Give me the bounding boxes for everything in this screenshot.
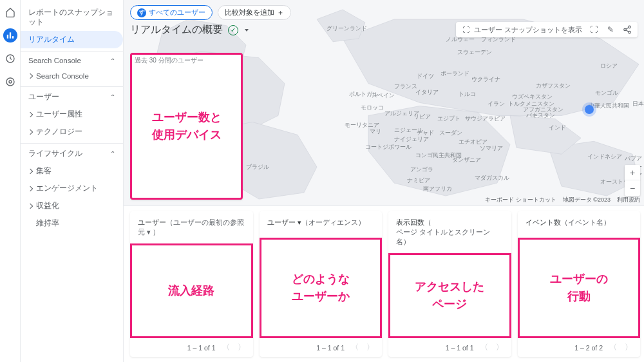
map-label: 日本: [632, 100, 644, 108]
map-label: アルジェリア: [384, 110, 419, 118]
map-label: イタリア: [415, 88, 439, 97]
chip-add-comparison[interactable]: 比較対象を追加＋: [218, 5, 291, 20]
map-label: サウジアラビア: [465, 115, 506, 123]
map-label: ロシア: [600, 62, 618, 70]
chevron-up-icon: ⌃: [110, 150, 115, 157]
next-page-icon[interactable]: 〉: [236, 342, 247, 353]
map-user-dot: [585, 105, 594, 114]
zoom-in-button[interactable]: +: [625, 165, 640, 180]
map-label: ソマリア: [480, 144, 503, 153]
card-header[interactable]: ユーザー ▾（オーディエンス）: [260, 211, 383, 238]
map-label: インド: [549, 124, 566, 132]
prev-page-icon[interactable]: 〈: [221, 342, 231, 353]
map-label: パキスタン: [526, 111, 555, 120]
card-overlay: どのような ユーザーか: [261, 240, 381, 336]
map-zoom-control: + −: [625, 165, 640, 196]
chip-badge-icon: す: [137, 8, 146, 17]
card-pageviews: 表示回数（ ページ タイトルとスクリーン名） アクセスした ページ 1 – 1 …: [388, 211, 511, 357]
map-label: 南アフリカ: [423, 185, 452, 193]
svg-point-8: [624, 28, 627, 31]
users-card-overlay: ユーザー数と 使用デバイス: [132, 55, 241, 198]
map-shortcuts[interactable]: キーボード ショートカット: [485, 196, 556, 204]
caret-right-icon: [28, 203, 33, 208]
map-label: 中華人民共和国: [589, 102, 629, 110]
card-audience: ユーザー ▾（オーディエンス） どのような ユーザーか 1 – 1 of 1〈〉: [260, 211, 383, 357]
map-label: スウェーデン: [457, 48, 492, 57]
prev-page-icon[interactable]: 〈: [350, 342, 360, 353]
reports-icon[interactable]: [3, 28, 17, 43]
map-label: モロッコ: [361, 104, 384, 112]
map-label: トルコ: [459, 90, 476, 99]
sidebar-item-engagement[interactable]: エンゲージメント: [21, 180, 123, 197]
fullscreen-icon[interactable]: ⛶: [589, 24, 599, 35]
main-content: グリーンランド カナダ アメリカ合衆国 メキシコ キューバ ベネズエラ コロンビ…: [124, 0, 644, 362]
caret-right-icon: [28, 186, 33, 191]
svg-point-9: [629, 31, 631, 33]
zoom-out-button[interactable]: −: [625, 180, 640, 196]
map-label: ナミビア: [407, 176, 430, 185]
map-data-attrib: 地図データ ©2023: [563, 196, 611, 204]
pagination-text: 1 – 1 of 1: [187, 344, 216, 352]
caret-right-icon: [28, 168, 33, 173]
user-snapshot-button[interactable]: ⛶ユーザー スナップショットを表示: [461, 24, 582, 35]
verified-icon[interactable]: ✓: [228, 25, 238, 35]
prev-page-icon[interactable]: 〈: [479, 342, 489, 353]
ads-icon[interactable]: [3, 75, 17, 89]
map-label: フランス: [394, 82, 417, 91]
sidebar-section-search-console[interactable]: Search Console⌃: [21, 51, 123, 68]
sidebar-item-technology[interactable]: テクノロジー: [21, 123, 123, 140]
map-label: スーダン: [439, 129, 462, 137]
card-header[interactable]: 表示回数（ ページ タイトルとスクリーン名）: [388, 211, 511, 254]
pagination-text: 1 – 1 of 1: [446, 344, 474, 352]
map-label: マダガスカル: [475, 174, 509, 182]
sidebar-section-user[interactable]: ユーザー⌃: [21, 86, 123, 106]
card-header[interactable]: ユーザー（ユーザーの最初の参照元 ▾ ）: [130, 211, 253, 244]
map-label: モンゴル: [595, 89, 618, 97]
title-dropdown-icon[interactable]: [245, 29, 249, 32]
svg-rect-1: [9, 32, 10, 38]
caret-right-icon: [28, 111, 33, 117]
map-label: カザフスタン: [536, 82, 571, 90]
map-label: アンゴラ: [410, 166, 433, 174]
home-icon[interactable]: [3, 5, 17, 19]
card-header[interactable]: イベント数（イベント名）: [518, 211, 641, 238]
map-terms-link[interactable]: 利用規約: [617, 196, 640, 204]
sidebar-item-user-attrs[interactable]: ユーザー属性: [21, 106, 123, 123]
viewfinder-icon: ⛶: [461, 24, 471, 35]
card-events: イベント数（イベント名） ユーザーの 行動 1 – 2 of 2〈〉: [518, 211, 641, 357]
edit-icon[interactable]: ✎: [605, 24, 616, 35]
map-label: ウクライナ: [471, 75, 500, 84]
next-page-icon[interactable]: 〉: [623, 342, 634, 353]
nav-rail: [0, 0, 21, 362]
chevron-up-icon: ⌃: [110, 57, 115, 64]
map-label: コンゴ民主共和国: [415, 151, 462, 160]
sidebar-item-acquisition[interactable]: 集客: [21, 162, 123, 180]
sidebar-section-lifecycle[interactable]: ライフサイクル⌃: [21, 143, 123, 162]
map-label: ポルトガル: [349, 90, 378, 99]
share-icon[interactable]: [622, 24, 632, 35]
svg-point-5: [6, 78, 14, 86]
map-label: エジプト: [437, 115, 460, 123]
svg-point-4: [9, 81, 12, 83]
chip-all-users[interactable]: すすべてのユーザー: [130, 5, 213, 20]
sidebar-item-realtime[interactable]: リアルタイム: [21, 31, 123, 48]
pagination-text: 1 – 2 of 2: [574, 344, 603, 352]
chevron-up-icon: ⌃: [110, 93, 115, 100]
sidebar-item-snapshot[interactable]: レポートのスナップショット: [21, 4, 123, 31]
sidebar-item-retention[interactable]: 維持率: [21, 214, 123, 232]
map-label: イラン: [488, 100, 505, 108]
map-label: グリーンランド: [327, 24, 367, 33]
next-page-icon[interactable]: 〉: [495, 342, 505, 353]
card-overlay: ユーザーの 行動: [520, 240, 639, 336]
map-label: コートジボワール: [365, 143, 412, 151]
card-overlay: アクセスした ページ: [390, 255, 509, 336]
next-page-icon[interactable]: 〉: [365, 342, 375, 353]
svg-rect-0: [6, 35, 8, 39]
pagination-text: 1 – 1 of 1: [316, 344, 345, 352]
prev-page-icon[interactable]: 〈: [608, 342, 618, 353]
explore-icon[interactable]: [3, 52, 17, 66]
card-overlay: 流入経路: [132, 245, 251, 336]
plus-icon: ＋: [277, 8, 284, 17]
sidebar-item-monetization[interactable]: 収益化: [21, 197, 123, 214]
sidebar-item-search-console[interactable]: Search Console: [21, 68, 123, 84]
